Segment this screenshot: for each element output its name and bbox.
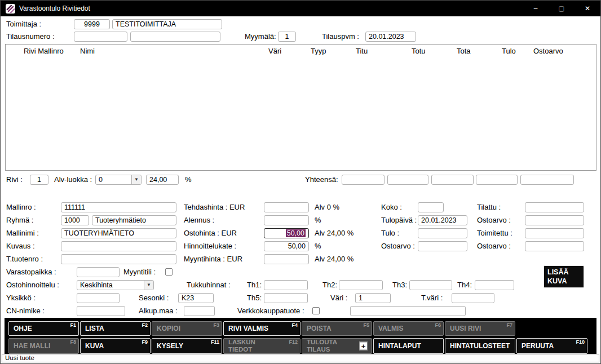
t-vari-field[interactable] (452, 293, 494, 303)
button-label: UUSI RIVI (450, 325, 481, 332)
alkup-maa-label: Alkup.maa : (139, 306, 178, 316)
tulopaiva-label: Tulopäivä : (381, 215, 417, 225)
vari-field[interactable]: 1 (355, 293, 391, 303)
th2-field[interactable] (339, 280, 383, 290)
th4-field[interactable] (475, 280, 514, 290)
ostohinnoittelu-select[interactable]: Keskihinta ▼ (77, 280, 154, 290)
minimize-icon[interactable]: – (523, 1, 549, 16)
chevron-down-icon[interactable]: ▼ (131, 175, 141, 184)
button-label: HAE MALLI (14, 342, 50, 350)
table-column-header: Totu (412, 47, 426, 55)
ostohinta-field[interactable]: 50,00 (264, 228, 309, 238)
button-label: HINTATULOSTEET (450, 342, 510, 350)
yhteensa-field-3[interactable] (431, 175, 474, 185)
th4-label: Th4: (457, 280, 472, 290)
toimittaja-code-field[interactable]: 9999 (74, 19, 110, 29)
tilattu-ostoarvo-field[interactable] (525, 215, 584, 225)
fkey-label: F11 (211, 339, 219, 345)
rivi-field[interactable]: 1 (30, 175, 48, 185)
th3-field[interactable] (409, 280, 452, 290)
fkey-label: F10 (576, 339, 585, 345)
th2-label: Th2: (322, 280, 337, 290)
th5-field[interactable] (264, 293, 308, 303)
tukkuhinnat-label: Tukkuhinnat : (187, 280, 231, 290)
myyntihinta-alv-label: Alv 24,00 % (315, 254, 353, 264)
yhteensa-field-1[interactable] (342, 175, 385, 185)
maximize-icon[interactable]: ▢ (549, 1, 575, 16)
th1-field[interactable] (264, 280, 308, 290)
yhteensa-field-4[interactable] (476, 175, 518, 185)
kuvaus-field[interactable] (61, 241, 176, 251)
chevron-down-icon[interactable]: ▼ (144, 281, 153, 290)
mallinimi-field[interactable]: TUOTERYHMÄTIETO (61, 228, 176, 238)
table-column-header: Nimi (80, 47, 95, 55)
hinnoittelukate-field[interactable]: 50,00 (264, 241, 309, 251)
toimittaja-name-field[interactable]: TESTITOIMITTAJA (112, 19, 222, 29)
t-tuotenro-label: T.tuotenro : (6, 254, 43, 264)
tehdashinta-field[interactable] (264, 202, 309, 212)
t-tuotenro-field[interactable] (61, 254, 176, 264)
alennus-field[interactable] (264, 215, 309, 225)
alv-luokka-select[interactable]: 0 ▼ (95, 175, 142, 185)
ryhma-name-field[interactable]: Tuoteryhmätieto (92, 215, 176, 225)
alkup-maa-field[interactable] (184, 306, 215, 316)
tilauspvm-field[interactable]: 20.01.2023 (365, 32, 416, 42)
ostohinnoittelu-label: Ostohinnoittelu : (6, 280, 59, 290)
kysely-button[interactable]: KYSELYF11 (152, 338, 222, 354)
yhteensa-field-2[interactable] (387, 175, 428, 185)
tulopaiva-field[interactable]: 20.01.2023 (418, 215, 467, 225)
verkkokauppa-field[interactable] (350, 306, 466, 316)
tulo-label: Tulo : (381, 228, 399, 238)
mallinro-field[interactable]: 111111 (61, 202, 176, 212)
fkey-label: F1 (70, 322, 76, 328)
myyntitili-checkbox[interactable] (165, 268, 173, 276)
window-controls: – ▢ ✕ (523, 1, 600, 16)
kuva-button[interactable]: KUVAF9 (80, 338, 151, 354)
yhteensa-label: Yhteensä: (305, 175, 338, 185)
ohje-button[interactable]: OHJEF1 (8, 321, 79, 336)
koko-field[interactable] (418, 202, 444, 212)
poista-button: POISTAF5 (302, 321, 372, 336)
lista-button[interactable]: LISTAF2 (80, 321, 151, 336)
ryhma-code-field[interactable]: 1000 (61, 215, 89, 225)
myymala-label: Myymälä: (245, 32, 276, 42)
rivi-label: Rivi : (6, 175, 23, 185)
myyntihinta-field[interactable] (264, 254, 309, 264)
myymala-field[interactable]: 1 (278, 32, 296, 42)
tilausnumero-field-2[interactable] (130, 32, 220, 42)
toimitettu-field[interactable] (525, 228, 584, 238)
lisaa-kuva-button[interactable]: LISÄÄ KUVA (543, 265, 584, 288)
kopioi-button: KOPIOIF3 (152, 321, 222, 336)
button-label: POISTA (307, 325, 332, 332)
th1-label: Th1: (247, 280, 262, 290)
ostoarvo-mid-label: Ostoarvo : (381, 241, 415, 251)
tilausnumero-field-1[interactable] (74, 32, 127, 42)
button-label: RIVI VALMIS (228, 325, 268, 332)
table-column-header: Tyyp (311, 47, 326, 55)
order-rows-table: Rivi Mallinro Nimi Väri Tyyp Titu Totu T… (5, 44, 596, 171)
tulo-field[interactable] (418, 228, 467, 238)
tilattu-field[interactable] (525, 202, 584, 212)
hintalaput-button[interactable]: HINTALAPUT (373, 338, 444, 354)
alv-prosentti-field[interactable]: 24,00 (146, 175, 179, 185)
close-icon[interactable]: ✕ (575, 1, 600, 16)
sesonki-field[interactable]: K23 (178, 293, 214, 303)
yksikko-label: Yksikkö : (6, 293, 36, 303)
yksikko-field[interactable] (77, 293, 120, 303)
plus-icon[interactable]: + (359, 342, 368, 350)
verkkokauppatuote-checkbox[interactable] (312, 307, 320, 314)
table-column-header: Tulo (502, 47, 516, 55)
varastopaikka-field[interactable] (77, 267, 120, 277)
table-column-header: Väri (268, 47, 281, 55)
cn-nimike-field[interactable] (77, 306, 125, 316)
alv-luokka-value: 0 (99, 176, 103, 184)
fkey-label: F4 (291, 322, 298, 328)
ostoarvo-mid-field[interactable] (418, 241, 467, 251)
th5-label: Th5: (247, 293, 262, 303)
peruuta-button[interactable]: PERUUTAF10 (516, 338, 587, 354)
yhteensa-field-5[interactable] (520, 175, 574, 185)
toimitettu-label: Toimitettu : (477, 228, 512, 238)
toimitettu-ostoarvo-field[interactable] (525, 241, 584, 251)
rivi-valmis-button[interactable]: RIVI VALMISF4 (223, 321, 300, 336)
hintatulosteet-button[interactable]: HINTATULOSTEET (445, 338, 515, 354)
